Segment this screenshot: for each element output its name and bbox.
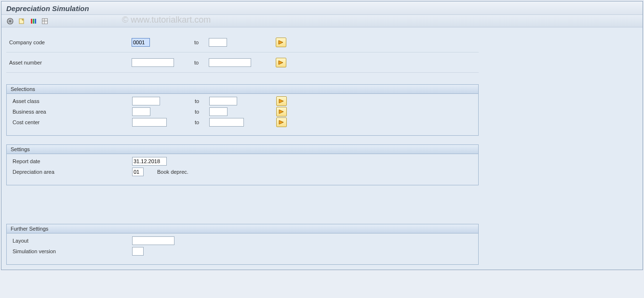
row-asset-class: Asset class to <box>7 96 478 106</box>
top-selection-block: Company code to Asset number to <box>6 32 479 76</box>
company-code-from-input[interactable] <box>132 38 150 47</box>
group-title-settings: Settings <box>7 145 478 154</box>
to-label: to <box>195 98 209 104</box>
svg-rect-9 <box>42 18 48 24</box>
label-asset-number: Asset number <box>6 60 132 65</box>
row-cost-center: Cost center to <box>7 117 478 128</box>
to-label: to <box>194 60 209 65</box>
group-settings: Settings Report date Depreciation area B… <box>6 144 479 185</box>
business-area-to-input[interactable] <box>209 107 228 116</box>
row-report-date: Report date <box>7 156 478 167</box>
row-company-code: Company code to <box>6 32 479 52</box>
watermark-text: © www.tutorialkart.com <box>122 15 211 25</box>
svg-rect-6 <box>31 19 32 24</box>
depreciation-area-input[interactable] <box>132 168 144 176</box>
business-area-multisel-button[interactable] <box>276 107 287 117</box>
asset-class-from-input[interactable] <box>132 97 160 105</box>
label-asset-class: Asset class <box>7 98 132 104</box>
company-code-to-input[interactable] <box>209 38 227 47</box>
label-cost-center: Cost center <box>7 119 132 125</box>
to-label: to <box>195 119 209 125</box>
group-further-settings: Further Settings Layout Simulation versi… <box>6 224 479 265</box>
group-selections: Selections Asset class to Business area … <box>6 84 479 136</box>
row-simulation-version: Simulation version <box>7 246 478 257</box>
label-simulation-version: Simulation version <box>7 248 132 254</box>
select-all-icon[interactable] <box>28 17 38 26</box>
simulation-version-input[interactable] <box>132 247 144 256</box>
cost-center-from-input[interactable] <box>132 118 167 127</box>
group-title-selections: Selections <box>7 85 478 94</box>
main-window: Depreciation Simulation © www.tutorialka… <box>1 1 643 270</box>
report-date-input[interactable] <box>132 157 167 166</box>
get-variant-icon[interactable] <box>17 17 27 26</box>
asset-number-from-input[interactable] <box>132 58 174 67</box>
group-title-further: Further Settings <box>7 224 478 233</box>
dynamic-selections-icon[interactable] <box>40 17 50 26</box>
label-company-code: Company code <box>6 39 132 45</box>
label-depreciation-area: Depreciation area <box>7 169 132 175</box>
page-title: Depreciation Simulation <box>1 1 643 15</box>
content-area: Company code to Asset number to <box>1 27 643 270</box>
to-label: to <box>195 109 209 115</box>
row-depreciation-area: Depreciation area Book deprec. <box>7 167 478 177</box>
company-code-multisel-button[interactable] <box>276 38 286 47</box>
asset-class-multisel-button[interactable] <box>276 96 287 106</box>
depreciation-area-text: Book deprec. <box>157 169 188 175</box>
row-layout: Layout <box>7 235 478 246</box>
label-report-date: Report date <box>7 158 132 164</box>
asset-number-to-input[interactable] <box>209 58 251 67</box>
toolbar: © www.tutorialkart.com <box>1 15 643 27</box>
svg-rect-8 <box>35 19 36 24</box>
row-business-area: Business area to <box>7 106 478 117</box>
execute-icon[interactable] <box>5 17 15 26</box>
cost-center-multisel-button[interactable] <box>276 117 287 127</box>
asset-number-multisel-button[interactable] <box>276 58 286 67</box>
layout-input[interactable] <box>132 236 174 245</box>
label-business-area: Business area <box>7 109 132 115</box>
svg-rect-7 <box>33 19 34 24</box>
cost-center-to-input[interactable] <box>209 118 244 127</box>
business-area-from-input[interactable] <box>132 107 150 116</box>
label-layout: Layout <box>7 238 132 244</box>
row-asset-number: Asset number to <box>6 52 479 73</box>
to-label: to <box>194 39 209 45</box>
asset-class-to-input[interactable] <box>209 97 237 105</box>
